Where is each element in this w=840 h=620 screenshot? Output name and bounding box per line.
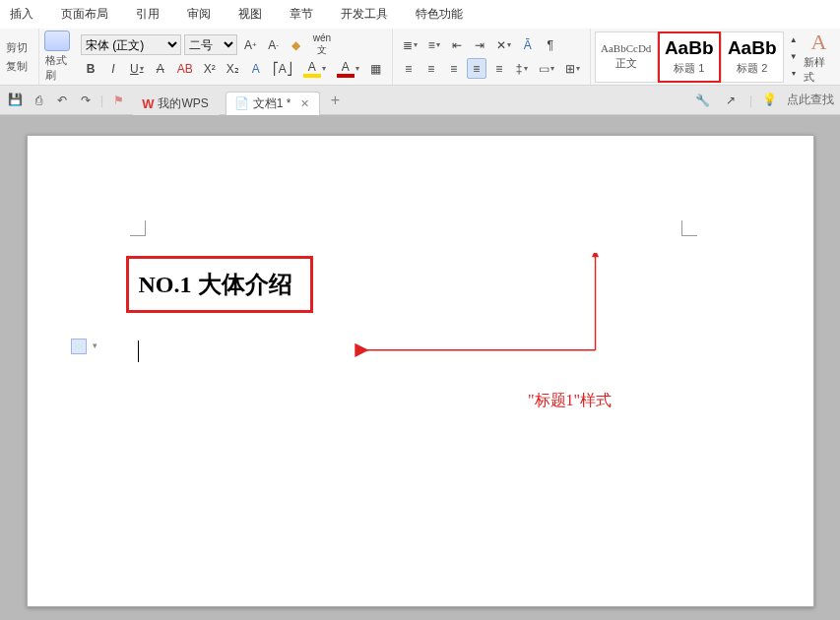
menu-bar: 插入 页面布局 引用 审阅 视图 章节 开发工具 特色功能 <box>0 0 840 29</box>
menu-pagelayout[interactable]: 页面布局 <box>61 6 108 23</box>
new-tab-button[interactable]: + <box>326 92 344 109</box>
char-border-button[interactable]: ⎡A⎦ <box>269 58 296 79</box>
menu-references[interactable]: 引用 <box>136 6 160 23</box>
numbering-button[interactable]: ≡▾ <box>424 34 444 55</box>
tab-bar: 💾 ⎙ ↶ ↷ | ⚑ W 我的WPS 📄 文档1 * ✕ + 🔧 ↗ | 💡 … <box>0 86 840 115</box>
print-icon[interactable]: ⎙ <box>30 92 47 109</box>
font-size-select[interactable]: 二号 <box>184 34 237 55</box>
wrench-icon[interactable]: 🔧 <box>694 92 712 109</box>
tab-document1[interactable]: 📄 文档1 * ✕ <box>226 92 321 115</box>
strike-button[interactable]: A <box>151 58 170 79</box>
style-normal[interactable]: AaBbCcDd 正文 <box>595 31 658 83</box>
close-icon[interactable]: ✕ <box>300 97 309 110</box>
change-case-button[interactable]: A <box>246 58 266 79</box>
format-painter-button[interactable]: 格式刷 <box>45 53 69 83</box>
bold-button[interactable]: B <box>81 58 100 79</box>
styles-group: AaBbCcDd 正文 AaBb 标题 1 AaBb 标题 2 ▲ ▼ ▾ <box>591 29 798 85</box>
line-spacing-button[interactable]: ‡▾ <box>512 58 532 79</box>
subscript-button[interactable]: X₂ <box>223 58 243 79</box>
italic-button[interactable]: I <box>103 58 123 79</box>
style-expand[interactable]: ▾ <box>784 65 804 82</box>
style-heading1[interactable]: AaBb 标题 1 <box>658 31 721 83</box>
smart-tag-icon[interactable] <box>71 339 87 354</box>
superscript-button[interactable]: X² <box>200 58 220 79</box>
shrink-font-button[interactable]: A- <box>264 34 284 55</box>
paste-group: 格式刷 <box>39 29 75 85</box>
char-shading-button[interactable]: ▦ <box>366 58 386 79</box>
copy-button[interactable]: 复制 <box>6 59 28 74</box>
align-justify-button[interactable]: ≡ <box>467 58 486 79</box>
save-icon[interactable]: 💾 <box>6 92 24 109</box>
clipboard-group: 剪切 复制 <box>0 29 39 85</box>
document-area: NO.1 大体介绍 "标题1"样式 <box>0 115 840 620</box>
underline-button[interactable]: U▾ <box>126 58 148 79</box>
menu-view[interactable]: 视图 <box>238 6 262 23</box>
text-direction-button[interactable]: ✕▾ <box>492 34 515 55</box>
new-style-icon: A <box>810 30 826 55</box>
search-hint[interactable]: 点此查找 <box>787 92 834 108</box>
borders-button[interactable]: ⊞▾ <box>561 58 584 79</box>
align-center-button[interactable]: ≡ <box>421 58 441 79</box>
highlight-button[interactable]: A▾ <box>299 58 330 79</box>
menu-special[interactable]: 特色功能 <box>416 6 463 23</box>
heading-annotation-box: NO.1 大体介绍 <box>126 256 313 313</box>
menu-review[interactable]: 审阅 <box>187 6 211 23</box>
clear-format-button[interactable]: ◆ <box>287 34 306 55</box>
phonetic-button[interactable]: wén文 <box>309 34 335 55</box>
ribbon: 剪切 复制 格式刷 宋体 (正文) 二号 A+ A- ◆ wén文 B I U▾… <box>0 29 840 86</box>
bullets-button[interactable]: ≣▾ <box>399 34 421 55</box>
page[interactable]: NO.1 大体介绍 <box>27 135 814 607</box>
emphasis-button[interactable]: AB <box>173 58 197 79</box>
sort-button[interactable]: Ā <box>518 34 538 55</box>
redo-icon[interactable]: ↷ <box>77 92 95 109</box>
show-marks-button[interactable]: ¶ <box>541 34 560 55</box>
menu-sections[interactable]: 章节 <box>290 6 313 23</box>
increase-indent-button[interactable]: ⇥ <box>470 34 489 55</box>
bulb-icon: 💡 <box>762 93 777 107</box>
undo-icon[interactable]: ↶ <box>53 92 71 109</box>
text-cursor <box>138 341 139 362</box>
align-distribute-button[interactable]: ≡ <box>489 58 509 79</box>
margin-corner-tr <box>681 220 697 236</box>
paste-icon[interactable] <box>44 31 70 51</box>
new-style-label: 新样式 <box>804 55 834 85</box>
shading-button[interactable]: ▭▾ <box>535 58 558 79</box>
flag-icon[interactable]: ⚑ <box>109 92 127 109</box>
menu-devtools[interactable]: 开发工具 <box>341 6 388 23</box>
cut-button[interactable]: 剪切 <box>6 40 28 55</box>
font-group: 宋体 (正文) 二号 A+ A- ◆ wén文 B I U▾ A AB X² X… <box>75 29 393 85</box>
external-icon[interactable]: ↗ <box>722 92 740 109</box>
align-left-button[interactable]: ≡ <box>399 58 419 79</box>
font-color-button[interactable]: A▾ <box>333 58 363 79</box>
heading-text[interactable]: NO.1 大体介绍 <box>139 272 292 297</box>
menu-insert[interactable]: 插入 <box>10 6 33 23</box>
tab-mywps[interactable]: W 我的WPS <box>133 92 220 115</box>
margin-corner-tl <box>130 220 146 236</box>
align-right-button[interactable]: ≡ <box>444 58 464 79</box>
style-scroll-up[interactable]: ▲ <box>784 31 804 48</box>
paragraph-group: ≣▾ ≡▾ ⇤ ⇥ ✕▾ Ā ¶ ≡ ≡ ≡ ≡ ≡ ‡▾ ▭▾ ⊞▾ <box>393 29 591 85</box>
style-scroll-down[interactable]: ▼ <box>784 48 804 65</box>
decrease-indent-button[interactable]: ⇤ <box>447 34 467 55</box>
style-scroll: ▲ ▼ ▾ <box>784 31 798 83</box>
style-heading2[interactable]: AaBb 标题 2 <box>721 31 784 83</box>
grow-font-button[interactable]: A+ <box>240 34 261 55</box>
font-select[interactable]: 宋体 (正文) <box>81 34 181 55</box>
wps-logo-icon: W <box>142 96 154 111</box>
new-style-group[interactable]: A 新样式 <box>798 29 840 85</box>
doc-icon: 📄 <box>234 96 249 111</box>
